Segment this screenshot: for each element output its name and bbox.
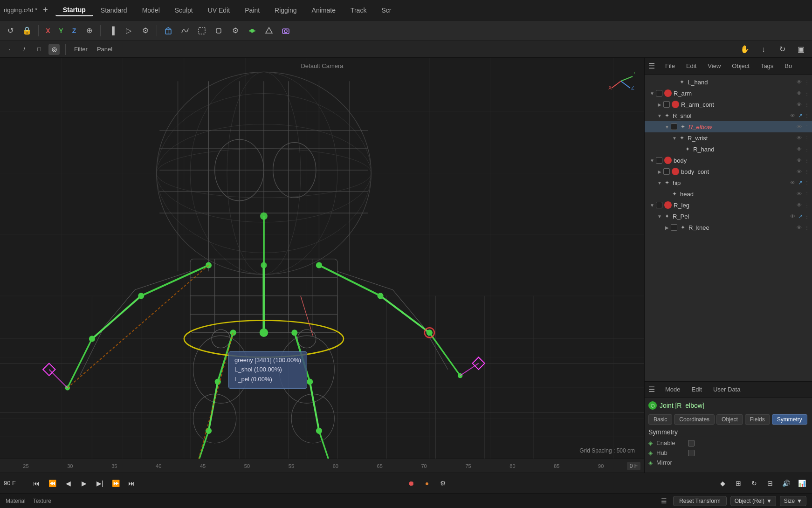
expand-body-cont[interactable]: ▶ — [656, 168, 663, 175]
add-tab-button[interactable]: + — [43, 5, 48, 15]
vis-l-hand[interactable]: 👁 — [795, 78, 803, 86]
scene-button[interactable] — [261, 23, 276, 38]
camera-button[interactable] — [278, 23, 293, 38]
dots-r-hand[interactable]: ⋮ — [805, 147, 809, 152]
tab-sculpt[interactable]: Sculpt — [167, 5, 200, 16]
go-to-end-button[interactable]: ⏭ — [125, 477, 138, 490]
prev-frame-button[interactable]: ◀ — [62, 477, 75, 490]
expand-r-hand[interactable] — [676, 145, 684, 153]
expand-r-pel[interactable]: ▼ — [656, 213, 663, 220]
expand-r-wrist[interactable]: ▼ — [671, 134, 678, 142]
tree-item-r-wrist[interactable]: ▼ ✦ R_wrist 👁 ⋮ — [645, 132, 812, 144]
edit-menu-btn[interactable]: Edit — [681, 62, 701, 70]
move-view-button[interactable]: ↓ — [756, 42, 771, 57]
vis-r-hand[interactable]: 👁 — [795, 145, 803, 153]
texture-status[interactable]: Texture — [33, 498, 51, 504]
cube-button[interactable] — [161, 23, 176, 38]
tab-standard[interactable]: Standard — [93, 5, 135, 16]
expand-r-knee[interactable]: ▶ — [663, 224, 671, 231]
expand-r-arm-cont[interactable]: ▶ — [656, 101, 663, 108]
tab-paint[interactable]: Paint — [237, 5, 267, 16]
expand-r-arm[interactable]: ▼ — [648, 89, 656, 97]
x-axis-button[interactable]: X — [42, 25, 54, 36]
autokey-button[interactable]: ● — [420, 477, 434, 490]
vis-r-arm-cont[interactable]: 👁 — [795, 101, 803, 108]
poly-mode-button[interactable]: □ — [34, 44, 45, 55]
reset-transform-button[interactable]: Reset Transform — [673, 496, 727, 506]
tree-item-r-pel[interactable]: ▼ ✦ R_Pel 👁 ↗ ⋮ — [645, 211, 812, 222]
edges-mode-button[interactable]: / — [19, 44, 30, 55]
select-button[interactable] — [194, 23, 209, 38]
play-button[interactable]: ▶ — [77, 477, 90, 490]
tags-menu-btn[interactable]: Tags — [756, 62, 778, 70]
hub-checkbox[interactable] — [688, 450, 695, 456]
dots-r-shol[interactable]: ⋮ — [805, 113, 809, 118]
user-data-btn[interactable]: User Data — [709, 385, 745, 394]
vis-head[interactable]: 👁 — [795, 190, 803, 198]
dots-r-wrist[interactable]: ⋮ — [805, 136, 809, 141]
deformer-button[interactable]: ⚙ — [228, 23, 243, 38]
vis-r-leg[interactable]: 👁 — [795, 201, 803, 209]
rotate-view-button[interactable]: ↻ — [775, 42, 790, 57]
material-status[interactable]: Material — [6, 498, 26, 504]
tab-track[interactable]: Track — [343, 5, 374, 16]
hamburger-bottom[interactable]: ☰ — [658, 495, 669, 507]
collapse-r-elbow[interactable] — [671, 124, 677, 130]
dots-head[interactable]: ⋮ — [805, 192, 809, 197]
keyframe-button[interactable]: ◆ — [716, 477, 729, 490]
filter-menu[interactable]: Filter — [71, 45, 90, 54]
tab-animate[interactable]: Animate — [304, 5, 343, 16]
undo-button[interactable]: ↺ — [3, 23, 18, 38]
dots-l-hand[interactable]: ⋮ — [805, 80, 809, 85]
props-edit-btn[interactable]: Edit — [687, 385, 707, 394]
object-tab[interactable]: Object — [716, 414, 743, 425]
vis-r-wrist[interactable]: 👁 — [795, 134, 803, 142]
vis-body-cont[interactable]: 👁 — [795, 168, 803, 175]
object-mode-button[interactable]: ◎ — [48, 44, 60, 55]
effector-button[interactable] — [245, 23, 260, 38]
vis-r-arm[interactable]: 👁 — [795, 89, 803, 97]
expand-l-hand[interactable] — [671, 78, 678, 86]
tab-rigging[interactable]: Rigging — [267, 5, 304, 16]
tree-item-r-arm[interactable]: ▼ R_arm 👁 ⋮ — [645, 88, 812, 99]
object-rel-dropdown[interactable]: Object (Rel) ▼ — [730, 496, 776, 506]
vis-r-pel[interactable]: 👁 — [789, 213, 796, 220]
collapse-r-knee[interactable] — [671, 224, 677, 231]
dots-r-knee[interactable]: ⋮ — [805, 225, 809, 230]
expand-r-shol[interactable]: ▼ — [656, 112, 663, 119]
vis-r-elbow[interactable]: 👁 — [795, 123, 803, 130]
basic-tab[interactable]: Basic — [648, 414, 672, 425]
z-axis-button[interactable]: Z — [69, 25, 80, 36]
render-button[interactable]: ▐ — [104, 23, 119, 38]
expand-hip[interactable]: ▼ — [656, 179, 663, 186]
expand-r-elbow[interactable]: ▼ — [663, 123, 671, 130]
tree-item-r-hand[interactable]: ✦ R_hand 👁 ⋮ — [645, 144, 812, 155]
dots-body-cont[interactable]: ⋮ — [805, 169, 809, 174]
enable-checkbox[interactable] — [688, 440, 695, 446]
step-backward-button[interactable]: ⏪ — [46, 477, 59, 490]
tree-item-head[interactable]: ✦ head 👁 ⋮ — [645, 188, 812, 199]
vis-r-shol[interactable]: 👁 — [789, 112, 796, 119]
expand-body[interactable]: ▼ — [648, 157, 656, 164]
hand-tool-button[interactable]: ✋ — [737, 42, 752, 57]
transform-button[interactable]: ⊕ — [82, 23, 96, 38]
loop-button[interactable]: ↻ — [748, 477, 761, 490]
tab-startup[interactable]: Startup — [55, 4, 93, 16]
expand-r-leg[interactable]: ▼ — [648, 201, 656, 209]
vis-r-knee[interactable]: 👁 — [795, 224, 803, 231]
tab-uvedit[interactable]: UV Edit — [200, 5, 237, 16]
coordinates-tab[interactable]: Coordinates — [674, 414, 715, 425]
settings-button[interactable]: ⚙ — [436, 477, 449, 490]
lock-button[interactable]: 🔒 — [20, 23, 34, 38]
tree-item-hip[interactable]: ▼ ✦ hip 👁 ↗ ⋮ — [645, 177, 812, 188]
tree-item-r-knee[interactable]: ▶ ✦ R_knee 👁 ⋮ — [645, 222, 812, 233]
collapse-r-arm-cont[interactable] — [663, 101, 670, 108]
hamburger-icon[interactable]: ☰ — [648, 62, 655, 70]
expand-head[interactable] — [663, 190, 671, 198]
view-menu-btn[interactable]: View — [703, 62, 725, 70]
dots-hip[interactable]: ⋮ — [805, 180, 809, 185]
motion-clip-button[interactable]: ⊟ — [764, 477, 777, 490]
collapse-r-arm[interactable] — [656, 90, 662, 96]
panel-menu[interactable]: Panel — [94, 45, 115, 54]
next-frame-button[interactable]: ▶| — [93, 477, 106, 490]
